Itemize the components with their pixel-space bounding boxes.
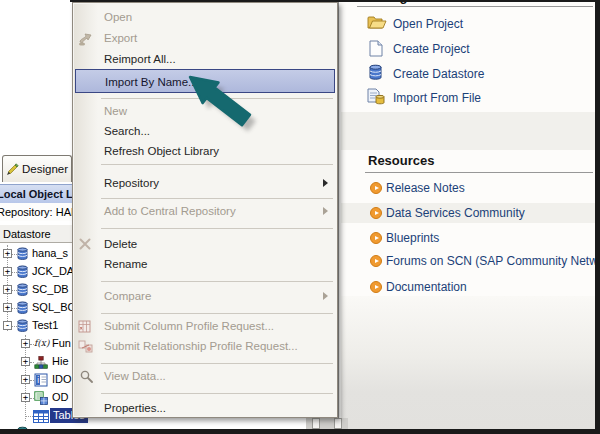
import-file-icon xyxy=(367,88,386,110)
menu-item-label: Repository xyxy=(104,173,159,193)
tab-designer[interactable]: Designer xyxy=(2,155,72,182)
open-folder-icon xyxy=(367,14,387,34)
submenu-arrow-icon xyxy=(323,179,328,187)
menu-item-submit-column-profile-request: Submit Column Profile Request... xyxy=(75,316,335,336)
tree-item-label[interactable]: Fun xyxy=(52,337,71,349)
link-create-datastore[interactable]: Create Datastore xyxy=(393,67,484,81)
link-forums-scn[interactable]: Forums on SCN (SAP Community Network) xyxy=(386,254,600,268)
menu-item-label: New xyxy=(104,101,127,121)
section-divider xyxy=(357,6,593,7)
menu-separator xyxy=(101,281,333,282)
submenu-arrow-icon xyxy=(323,207,328,215)
link-create-project[interactable]: Create Project xyxy=(393,42,470,56)
menu-item-label: Properties... xyxy=(104,398,166,418)
menu-item-label: Reimport All... xyxy=(104,49,176,69)
menu-item-search[interactable]: Search... xyxy=(75,121,335,141)
tree-expander[interactable]: + xyxy=(21,375,30,384)
link-open-project[interactable]: Open Project xyxy=(393,17,463,31)
menu-item-new: New xyxy=(75,101,335,121)
menu-item-reimport-all[interactable]: Reimport All... xyxy=(75,49,335,69)
menu-item-label: Compare xyxy=(104,286,151,306)
window-border-top xyxy=(70,0,600,2)
tree-expander[interactable]: + xyxy=(3,285,12,294)
menu-item-add-to-central-repository: Add to Central Repository xyxy=(75,201,335,221)
menu-item-compare: Compare xyxy=(75,286,335,306)
menu-item-label: Export xyxy=(104,28,137,48)
menu-item-label: Add to Central Repository xyxy=(104,201,236,221)
svg-text:i: i xyxy=(37,376,39,385)
orange-arrow-bullet-icon xyxy=(370,207,382,219)
tables-icon xyxy=(33,409,49,427)
tree-expander[interactable]: + xyxy=(21,393,30,402)
link-blueprints[interactable]: Blueprints xyxy=(386,231,439,245)
tree-item-label[interactable]: hana_s xyxy=(32,247,68,259)
orange-arrow-bullet-icon xyxy=(370,255,382,267)
menu-item-label: Refresh Object Library xyxy=(104,141,219,161)
application-window: Designer Local Object Li Repository: HAN… xyxy=(0,0,600,434)
tree-expander[interactable]: + xyxy=(21,357,30,366)
link-data-services-community[interactable]: Data Services Community xyxy=(386,206,525,220)
orange-arrow-bullet-icon xyxy=(370,281,382,293)
section-divider xyxy=(365,172,593,173)
menu-item-view-data: View Data... xyxy=(75,366,335,386)
menu-item-label: Submit Column Profile Request... xyxy=(104,316,274,336)
link-documentation[interactable]: Documentation xyxy=(386,280,467,294)
menu-separator xyxy=(101,363,333,364)
menu-item-label: Submit Relationship Profile Request... xyxy=(104,336,298,356)
background-stripe xyxy=(341,112,596,150)
window-border-bottom xyxy=(0,429,600,434)
menu-separator xyxy=(101,98,333,99)
context-menu: Open Export Reimport All... Import By Na… xyxy=(72,2,338,418)
menu-item-label: Search... xyxy=(104,121,150,141)
menu-item-rename[interactable]: Rename xyxy=(75,254,335,274)
tree-item-label[interactable]: Hie xyxy=(52,355,69,367)
tree-item-label[interactable]: IDO xyxy=(52,373,72,385)
tree-expander[interactable]: + xyxy=(3,249,12,258)
designer-pencil-icon xyxy=(6,163,19,176)
scrollbar-fragment[interactable] xyxy=(306,418,348,429)
orange-arrow-bullet-icon xyxy=(370,182,382,194)
menu-separator xyxy=(101,198,333,199)
window-border-right xyxy=(595,0,600,434)
menu-item-repository[interactable]: Repository xyxy=(75,173,335,193)
menu-item-properties[interactable]: Properties... xyxy=(75,398,335,418)
menu-item-label: Rename xyxy=(104,254,147,274)
menu-item-label: View Data... xyxy=(104,366,166,386)
tree-item-label[interactable]: SQL_BO xyxy=(32,301,76,313)
menu-separator xyxy=(101,164,333,165)
tree-expander[interactable]: + xyxy=(3,303,12,312)
functions-icon: f(x) xyxy=(34,338,49,348)
resources-header: Resources xyxy=(368,153,434,168)
start-page-panel: Getting Started Open Project Create Proj… xyxy=(337,0,596,430)
menu-item-import-by-name[interactable]: Import By Name... xyxy=(75,69,335,93)
tree-item-label[interactable]: Test1 xyxy=(32,319,58,331)
menu-item-label: Open xyxy=(104,7,132,27)
tree-item-label[interactable]: OD xyxy=(52,391,69,403)
background-fade xyxy=(341,296,596,430)
menu-separator xyxy=(101,393,333,394)
submenu-arrow-icon xyxy=(323,292,328,300)
menu-item-label: Delete xyxy=(104,234,137,254)
menu-separator xyxy=(101,228,333,229)
tree-expander[interactable]: + xyxy=(3,267,12,276)
tree-item-label[interactable]: JCK_DA xyxy=(32,265,74,277)
link-release-notes[interactable]: Release Notes xyxy=(386,181,465,195)
menu-item-refresh-object-library[interactable]: Refresh Object Library xyxy=(75,141,335,161)
tree-expander[interactable]: - xyxy=(3,321,12,330)
new-page-icon xyxy=(369,40,383,61)
orange-arrow-bullet-icon xyxy=(370,232,382,244)
tree-expander[interactable]: + xyxy=(21,339,30,348)
menu-item-label: Import By Name... xyxy=(105,70,198,94)
link-import-from-file[interactable]: Import From File xyxy=(393,91,481,105)
create-datastore-icon xyxy=(368,64,383,85)
menu-item-export: Export xyxy=(75,28,335,48)
tree-item-label[interactable]: SC_DB xyxy=(32,283,69,295)
menu-item-open: Open xyxy=(75,7,335,27)
menu-item-submit-relationship-profile-request: Submit Relationship Profile Request... xyxy=(75,336,335,356)
menu-separator xyxy=(101,313,333,314)
tab-designer-label: Designer xyxy=(22,163,68,175)
menu-item-delete[interactable]: Delete xyxy=(75,234,335,254)
